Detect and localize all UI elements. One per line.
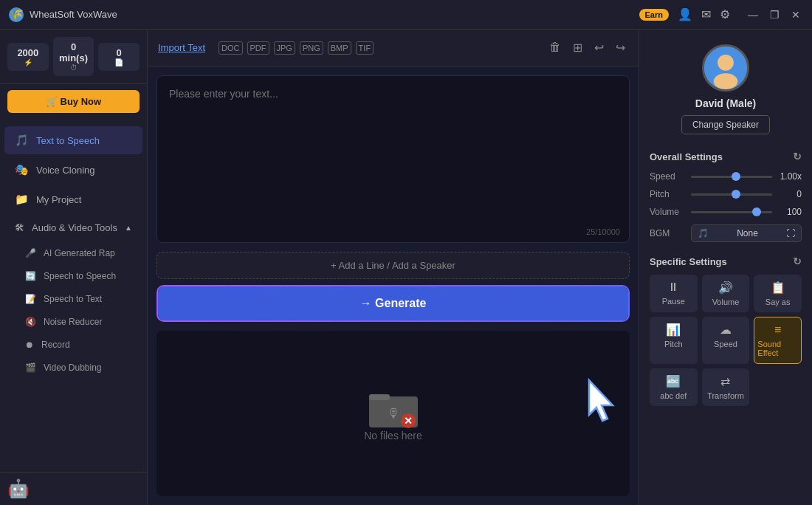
- spec-item-label: Pause: [662, 297, 685, 306]
- toolbar-actions: 🗑 ⊞ ↩ ↪: [546, 38, 628, 58]
- earn-button[interactable]: Earn: [639, 9, 669, 21]
- text-input[interactable]: [157, 76, 629, 242]
- volume-thumb: [752, 207, 761, 216]
- delete-icon[interactable]: 🗑: [546, 38, 564, 58]
- spec-item-volume[interactable]: 🔊 Volume: [702, 275, 750, 312]
- sidebar-item-record[interactable]: ⏺ Record: [4, 334, 142, 356]
- sidebar-item-speech-to-text[interactable]: 📝 Speech to Text: [4, 288, 142, 310]
- spec-item-transform[interactable]: ⇄ Transform: [702, 368, 750, 406]
- undo-icon[interactable]: ↩: [591, 38, 607, 58]
- sidebar-item-label: Noise Reducer: [44, 317, 102, 327]
- svg-text:🎙: 🎙: [387, 406, 400, 421]
- settings-icon[interactable]: ⚙: [720, 7, 730, 21]
- text-editor-area: 25/10000: [156, 75, 630, 243]
- credits-value: 2000: [10, 47, 46, 58]
- my-project-icon: 📁: [15, 193, 29, 206]
- text-to-speech-icon: 🎵: [15, 134, 29, 147]
- bgm-row: BGM 🎵 None ⛶: [650, 224, 802, 242]
- generate-wrapper: → Generate: [156, 285, 630, 322]
- no-files-text: No files here: [364, 430, 422, 442]
- specific-settings-header: Specific Settings ↻: [650, 255, 802, 267]
- titlebar-right: Earn 👤 ✉ ⚙ — ❐ ✕: [639, 7, 803, 21]
- sidebar-item-label: AI Generated Rap: [44, 248, 115, 258]
- folder-icon: ✕ 🎙: [368, 385, 419, 430]
- sidebar-item-label: Video Dubbing: [44, 363, 102, 373]
- mail-icon[interactable]: ✉: [701, 7, 711, 21]
- sidebar-item-voice-cloning[interactable]: 🎭 Voice Cloning: [4, 156, 142, 184]
- titlebar: 🌾 WheatSoft VoxWave Earn 👤 ✉ ⚙ — ❐ ✕: [0, 0, 812, 30]
- svg-rect-1: [369, 394, 390, 400]
- pitch-row: Pitch 0: [650, 189, 802, 199]
- minimize-button[interactable]: —: [745, 9, 761, 21]
- volume-label: Volume: [650, 207, 685, 217]
- duplicate-icon[interactable]: ⊞: [570, 38, 585, 58]
- pdf-icon[interactable]: PDF: [247, 41, 269, 55]
- spec-item-pause[interactable]: ⏸ Pause: [650, 275, 698, 312]
- pitch-slider[interactable]: [691, 193, 772, 196]
- specific-refresh-icon[interactable]: ↻: [793, 255, 802, 267]
- tif-icon[interactable]: TIF: [356, 41, 374, 55]
- count-value: 0: [101, 47, 137, 58]
- sound-effect-icon: ≡: [774, 323, 781, 337]
- overall-refresh-icon[interactable]: ↻: [793, 151, 802, 162]
- sidebar-item-ai-generated-rap[interactable]: 🎤 AI Generated Rap: [4, 242, 142, 264]
- import-text-button[interactable]: Import Text: [158, 42, 205, 53]
- mins-label: ⏱: [56, 63, 92, 72]
- bmp-icon[interactable]: BMP: [328, 41, 351, 55]
- bottom-section: + Add a Line / Add a Speaker → Generate: [148, 252, 639, 331]
- tools-toggle-icon: ▲: [125, 224, 132, 232]
- content-area: Import Text DOC PDF JPG PNG BMP TIF 🗑 ⊞ …: [148, 30, 639, 505]
- spec-item-label: Volume: [712, 298, 740, 306]
- sidebar-item-text-to-speech[interactable]: 🎵 Text to Speech: [4, 126, 142, 154]
- volume-row: Volume 100: [650, 207, 802, 217]
- generate-button[interactable]: → Generate: [158, 286, 628, 320]
- bgm-selector[interactable]: 🎵 None ⛶: [691, 224, 802, 242]
- stat-credits: 2000 ⚡: [7, 43, 49, 71]
- svg-text:✕: ✕: [404, 415, 413, 427]
- window-controls: — ❐ ✕: [745, 9, 803, 21]
- stat-mins: 0 min(s) ⏱: [53, 37, 94, 76]
- redo-icon[interactable]: ↪: [613, 38, 628, 58]
- speaker-name: David (Male): [695, 97, 756, 109]
- spec-item-say-as[interactable]: 📋 Say as: [754, 275, 802, 312]
- spec-item-label: Pitch: [664, 340, 682, 348]
- buy-button[interactable]: 🛒 Buy Now: [7, 90, 140, 113]
- app-title: WheatSoft VoxWave: [30, 9, 639, 20]
- sidebar-item-label: Voice Cloning: [36, 165, 95, 176]
- transform-icon: ⇄: [720, 374, 730, 388]
- close-button[interactable]: ✕: [788, 9, 803, 21]
- doc-icon[interactable]: DOC: [219, 41, 242, 55]
- abc-icon: 🔤: [666, 374, 681, 388]
- s2s-icon: 🔄: [25, 271, 36, 281]
- noise-icon: 🔇: [25, 317, 36, 327]
- change-speaker-button[interactable]: Change Speaker: [681, 115, 770, 134]
- sidebar-stats: 2000 ⚡ 0 min(s) ⏱ 0 📄: [0, 30, 147, 84]
- tools-section-label: Audio & Video Tools: [32, 222, 117, 233]
- account-icon[interactable]: 👤: [678, 7, 692, 21]
- sidebar-item-video-dubbing[interactable]: 🎬 Video Dubbing: [4, 357, 142, 379]
- sidebar-item-speech-to-speech[interactable]: 🔄 Speech to Speech: [4, 265, 142, 287]
- spec-item-abc[interactable]: 🔤 abc def: [650, 368, 698, 406]
- sidebar-item-my-project[interactable]: 📁 My Project: [4, 185, 142, 213]
- png-icon[interactable]: PNG: [300, 41, 323, 55]
- bgm-value: None: [737, 228, 758, 238]
- s2t-icon: 📝: [25, 294, 36, 304]
- sidebar-item-noise-reducer[interactable]: 🔇 Noise Reducer: [4, 311, 142, 333]
- maximize-button[interactable]: ❐: [767, 9, 782, 21]
- add-line-button[interactable]: + Add a Line / Add a Speaker: [156, 252, 630, 279]
- sidebar-item-label: Record: [41, 340, 70, 350]
- overall-settings: Overall Settings ↻ Speed 1.00x Pitch 0: [639, 143, 812, 250]
- speed-slider[interactable]: [691, 176, 772, 178]
- spec-item-sound-effect[interactable]: ≡ Sound Effect: [754, 317, 802, 364]
- sidebar-item-label: Speech to Text: [44, 294, 102, 304]
- stat-count: 0 📄: [98, 43, 140, 71]
- spec-item-speed[interactable]: ☁ Speed: [702, 317, 750, 364]
- sidebar-nav: 🎵 Text to Speech 🎭 Voice Cloning 📁 My Pr…: [0, 119, 147, 472]
- spec-item-label: Say as: [765, 298, 791, 306]
- main-container: 2000 ⚡ 0 min(s) ⏱ 0 📄 🛒 Buy Now 🎵 Text t…: [0, 30, 812, 505]
- jpg-icon[interactable]: JPG: [274, 41, 295, 55]
- specific-items-grid: ⏸ Pause 🔊 Volume 📋 Say as 📊 Pitch ☁: [650, 275, 802, 406]
- tools-section[interactable]: 🛠 Audio & Video Tools ▲: [4, 215, 142, 241]
- volume-slider[interactable]: [691, 211, 772, 213]
- spec-item-pitch[interactable]: 📊 Pitch: [650, 317, 698, 364]
